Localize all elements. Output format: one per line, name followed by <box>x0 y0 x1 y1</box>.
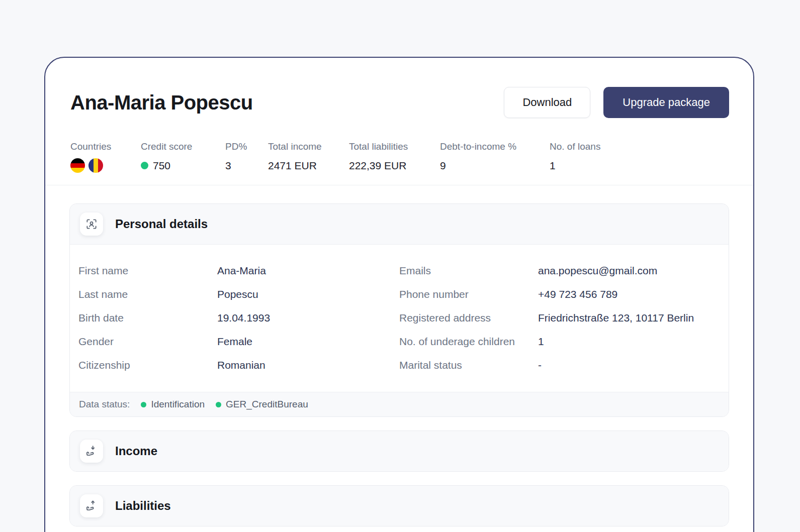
stat-label: Debt-to-income % <box>440 141 550 152</box>
stat-countries: Countries <box>70 141 141 173</box>
liabilities-card: Liabilities <box>69 485 729 526</box>
detail-label: Citizenship <box>78 359 217 371</box>
detail-row-first-name: First name Ana-Maria <box>78 265 399 277</box>
personal-details-body: First name Ana-Maria Last name Popescu B… <box>70 244 729 392</box>
summary-stats-row: Countries Credit score 750 PD% 3 Total i… <box>45 118 753 185</box>
section-title: Personal details <box>115 217 208 231</box>
detail-row-registered-address: Registered address Friedrichstraße 123, … <box>399 312 729 324</box>
data-status-bar: Data status: Identification GER_CreditBu… <box>70 392 729 416</box>
detail-value: ana.popescu@gmail.com <box>538 265 657 277</box>
personal-details-right-column: Emails ana.popescu@gmail.com Phone numbe… <box>399 265 729 383</box>
detail-label: Gender <box>78 336 217 348</box>
profile-card: Ana-Maria Popescu Download Upgrade packa… <box>44 57 754 532</box>
detail-label: Registered address <box>399 312 538 324</box>
stat-no-of-loans: No. of loans 1 <box>550 141 600 173</box>
detail-value: Ana-Maria <box>217 265 266 277</box>
stat-credit-score: Credit score 750 <box>141 141 225 173</box>
detail-row-emails: Emails ana.popescu@gmail.com <box>399 265 729 277</box>
stat-label: No. of loans <box>550 141 600 152</box>
detail-label: Phone number <box>399 288 538 300</box>
personal-details-card: Personal details First name Ana-Maria La… <box>69 203 729 417</box>
detail-label: No. of underage children <box>399 336 538 348</box>
liabilities-header[interactable]: Liabilities <box>70 486 729 526</box>
detail-value: +49 723 456 789 <box>538 288 617 300</box>
detail-row-gender: Gender Female <box>78 336 399 348</box>
profile-header: Ana-Maria Popescu Download Upgrade packa… <box>45 58 753 118</box>
detail-row-marital-status: Marital status - <box>399 359 729 371</box>
detail-label: First name <box>78 265 217 277</box>
income-card: Income <box>69 431 729 472</box>
section-title: Income <box>115 444 157 458</box>
stat-value: 2471 EUR <box>268 158 349 173</box>
data-status-identification: Identification <box>141 399 205 410</box>
stat-total-income: Total income 2471 EUR <box>268 141 349 173</box>
stat-value: 9 <box>440 158 550 173</box>
detail-label: Emails <box>399 265 538 277</box>
detail-label: Birth date <box>78 312 217 324</box>
hand-give-liabilities-icon <box>80 494 103 517</box>
stat-label: Total liabilities <box>349 141 440 152</box>
status-dot-icon <box>141 402 146 407</box>
hand-receive-income-icon <box>80 440 103 463</box>
detail-row-birth-date: Birth date 19.04.1993 <box>78 312 399 324</box>
detail-value: 1 <box>538 336 544 348</box>
detail-row-last-name: Last name Popescu <box>78 288 399 300</box>
credit-score-status-dot-icon <box>141 162 148 169</box>
personal-details-header[interactable]: Personal details <box>70 204 729 244</box>
romania-flag-icon <box>88 158 103 173</box>
data-status-item-label: Identification <box>151 399 205 410</box>
personal-details-left-column: First name Ana-Maria Last name Popescu B… <box>78 265 399 383</box>
download-button[interactable]: Download <box>504 87 590 118</box>
section-title: Liabilities <box>115 499 171 513</box>
page-title: Ana-Maria Popescu <box>70 91 253 114</box>
data-status-item-label: GER_CreditBureau <box>226 399 308 410</box>
upgrade-package-button[interactable]: Upgrade package <box>603 87 729 118</box>
detail-value: Romanian <box>217 359 265 371</box>
detail-value: Friedrichstraße 123, 10117 Berlin <box>538 312 694 324</box>
stat-value: 3 <box>225 158 268 173</box>
detail-row-citizenship: Citizenship Romanian <box>78 359 399 371</box>
stat-debt-to-income: Debt-to-income % 9 <box>440 141 550 173</box>
detail-value: Female <box>217 336 252 348</box>
detail-label: Marital status <box>399 359 538 371</box>
person-scan-icon <box>80 212 103 236</box>
stat-value: 750 <box>153 160 170 172</box>
stat-label: Countries <box>70 141 141 152</box>
detail-label: Last name <box>78 288 217 300</box>
data-status-label: Data status: <box>79 399 130 410</box>
stat-label: Total income <box>268 141 349 152</box>
status-dot-icon <box>216 402 221 407</box>
detail-value: - <box>538 359 542 371</box>
detail-value: Popescu <box>217 288 258 300</box>
stat-pd: PD% 3 <box>225 141 268 173</box>
germany-flag-icon <box>70 158 85 173</box>
stat-label: PD% <box>225 141 268 152</box>
content-area: Personal details First name Ana-Maria La… <box>45 185 753 526</box>
income-header[interactable]: Income <box>70 431 729 471</box>
detail-row-phone-number: Phone number +49 723 456 789 <box>399 288 729 300</box>
detail-value: 19.04.1993 <box>217 312 270 324</box>
stat-value: 222,39 EUR <box>349 158 440 173</box>
detail-row-underage-children: No. of underage children 1 <box>399 336 729 348</box>
stat-label: Credit score <box>141 141 225 152</box>
stat-total-liabilities: Total liabilities 222,39 EUR <box>349 141 440 173</box>
data-status-ger-creditbureau: GER_CreditBureau <box>216 399 308 410</box>
stat-value: 1 <box>550 158 600 173</box>
